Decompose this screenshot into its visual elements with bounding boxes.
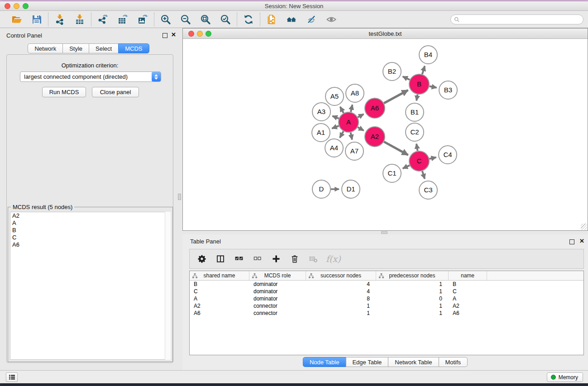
tab-edge-table[interactable]: Edge Table — [345, 357, 388, 367]
zoom-selected-button[interactable] — [219, 13, 232, 26]
task-history-button[interactable] — [6, 372, 18, 382]
cell-shared-name[interactable]: A6 — [190, 310, 249, 317]
cell-mcds-role[interactable]: dominator — [249, 288, 306, 295]
search-field[interactable] — [450, 14, 583, 24]
table-panel-float-icon[interactable] — [569, 239, 574, 244]
memory-button[interactable]: Memory — [547, 372, 583, 382]
mcds-result-scrollbar[interactable] — [165, 212, 171, 360]
cell-successor-nodes[interactable]: 8 — [306, 295, 376, 302]
cell-predecessor-nodes[interactable]: 1 — [376, 310, 449, 317]
cell-successor-nodes[interactable]: 1 — [306, 302, 376, 310]
table-row-A2[interactable]: A2connector11A2 — [190, 302, 583, 310]
export-table-button[interactable] — [116, 13, 129, 26]
open-file-button[interactable] — [10, 13, 24, 26]
cell-predecessor-nodes[interactable]: 0 — [376, 295, 449, 302]
run-mcds-button[interactable]: Run MCDS — [42, 87, 86, 97]
column-header-name[interactable]: name — [449, 271, 487, 280]
graph-edge-B-B3[interactable] — [430, 86, 437, 88]
graph-edge-B-B1[interactable] — [416, 95, 417, 101]
graph-edge-C-C4[interactable] — [429, 157, 436, 159]
vertical-splitter[interactable] — [177, 28, 182, 370]
tab-mcds[interactable]: MCDS — [118, 43, 149, 53]
zoom-fit-button[interactable] — [199, 13, 212, 26]
add-column-button[interactable] — [270, 253, 282, 265]
graph-edge-A-A1[interactable] — [332, 126, 339, 129]
table-panel-close-icon[interactable]: ✕ — [579, 238, 584, 244]
cell-name[interactable]: A — [449, 295, 487, 302]
graph-edge-A-A3[interactable] — [332, 116, 339, 118]
tab-network[interactable]: Network — [28, 43, 63, 53]
cell-mcds-role[interactable]: connector — [249, 302, 306, 310]
graph-edge-B-B4[interactable] — [422, 66, 425, 74]
graph-edge-C-C2[interactable] — [416, 144, 417, 151]
cell-mcds-role[interactable]: connector — [249, 310, 306, 317]
cell-mcds-role[interactable]: dominator — [249, 281, 306, 288]
control-panel-float-icon[interactable] — [163, 33, 167, 38]
graph-edge-C-C1[interactable] — [403, 165, 410, 168]
mcds-result-list[interactable]: A2ABCA6 — [10, 212, 171, 360]
tab-motifs[interactable]: Motifs — [438, 357, 468, 367]
mcds-result-item[interactable]: A2 — [10, 212, 170, 219]
import-network-button[interactable] — [53, 13, 67, 26]
graph-edge-C-C3[interactable] — [422, 171, 425, 179]
graph-edge-A-A6[interactable] — [358, 114, 363, 117]
table-row-C[interactable]: Cdominator41C — [190, 288, 583, 295]
cell-successor-nodes[interactable]: 4 — [306, 281, 376, 288]
horizontal-splitter-handle[interactable] — [381, 231, 387, 234]
zoom-in-button[interactable] — [159, 13, 172, 26]
import-table-button[interactable] — [73, 13, 86, 26]
graph-edge-A6-B[interactable] — [384, 90, 408, 103]
column-header-mcds-role[interactable]: MCDS role — [249, 271, 306, 280]
cell-shared-name[interactable]: B — [190, 281, 249, 288]
window-resize-grip[interactable] — [581, 224, 587, 230]
graph-edge-A-A7[interactable] — [351, 133, 352, 140]
cell-successor-nodes[interactable]: 4 — [306, 288, 376, 295]
tab-select[interactable]: Select — [89, 43, 119, 53]
first-neighbors-button[interactable] — [285, 13, 298, 26]
graph-edge-A-A2[interactable] — [358, 127, 363, 130]
control-panel-close-icon[interactable]: ✕ — [171, 31, 176, 38]
select-all-rows-button[interactable] — [233, 253, 245, 265]
new-network-from-selection-button[interactable] — [265, 13, 278, 26]
graph-edge-B-B2[interactable] — [403, 76, 410, 80]
column-visibility-button[interactable] — [215, 253, 226, 265]
table-row-B[interactable]: Bdominator41B — [190, 281, 583, 288]
export-network-button[interactable] — [96, 13, 110, 26]
show-graphics-details-button[interactable] — [325, 13, 338, 26]
tab-network-table[interactable]: Network Table — [388, 357, 439, 367]
cell-name[interactable]: C — [449, 288, 487, 295]
hide-graphics-details-button[interactable] — [305, 13, 318, 26]
zoom-out-button[interactable] — [179, 13, 192, 26]
close-panel-button[interactable]: Close panel — [92, 87, 139, 97]
table-row-A6[interactable]: A6connector11A6 — [190, 310, 583, 317]
cell-successor-nodes[interactable]: 1 — [306, 310, 376, 317]
export-image-button[interactable] — [136, 13, 149, 26]
column-header-successor-nodes[interactable]: successor nodes — [306, 271, 376, 280]
horizontal-splitter[interactable] — [182, 231, 588, 234]
graph-edge-A2-C[interactable] — [384, 142, 408, 155]
save-session-button[interactable] — [30, 13, 43, 26]
vertical-splitter-handle[interactable] — [178, 194, 181, 200]
delete-column-button[interactable] — [289, 253, 301, 265]
table-mode-button[interactable] — [196, 253, 208, 265]
mcds-result-item[interactable]: A6 — [10, 241, 170, 248]
cell-shared-name[interactable]: A — [190, 295, 249, 302]
mcds-result-item[interactable]: B — [10, 227, 170, 234]
cell-predecessor-nodes[interactable]: 1 — [376, 302, 449, 310]
column-header-predecessor-nodes[interactable]: predecessor nodes — [376, 271, 449, 280]
mcds-result-item[interactable]: C — [10, 234, 170, 241]
deselect-all-rows-button[interactable] — [252, 253, 263, 265]
cell-name[interactable]: A2 — [449, 302, 487, 310]
graph-edge-A-A8[interactable] — [351, 105, 353, 112]
mcds-result-item[interactable]: A — [10, 219, 170, 227]
tab-node-table[interactable]: Node Table — [303, 357, 346, 367]
cell-shared-name[interactable]: C — [190, 288, 249, 295]
cell-predecessor-nodes[interactable]: 1 — [376, 281, 449, 288]
table-row-A[interactable]: Adominator80A — [190, 295, 583, 302]
search-input[interactable] — [459, 15, 583, 24]
cell-shared-name[interactable]: A2 — [190, 302, 249, 310]
cell-name[interactable]: A6 — [449, 310, 487, 317]
graph-edge-A-A4[interactable] — [340, 131, 344, 138]
cell-name[interactable]: B — [449, 281, 487, 288]
tab-style[interactable]: Style — [62, 43, 89, 53]
